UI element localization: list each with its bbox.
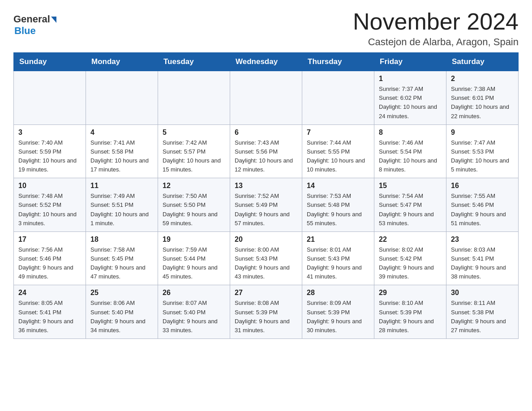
- calendar-cell: 23Sunrise: 8:03 AMSunset: 5:41 PMDayligh…: [446, 231, 519, 285]
- day-number: 18: [90, 235, 153, 244]
- calendar-cell: 1Sunrise: 7:37 AMSunset: 6:02 PMDaylight…: [374, 71, 446, 125]
- calendar-cell: 5Sunrise: 7:42 AMSunset: 5:57 PMDaylight…: [158, 124, 230, 178]
- calendar-body: 1Sunrise: 7:37 AMSunset: 6:02 PMDaylight…: [14, 71, 519, 339]
- calendar-cell: 21Sunrise: 8:01 AMSunset: 5:43 PMDayligh…: [302, 231, 374, 285]
- calendar-cell: 8Sunrise: 7:46 AMSunset: 5:54 PMDaylight…: [374, 124, 446, 178]
- calendar-cell: 3Sunrise: 7:40 AMSunset: 5:59 PMDaylight…: [14, 124, 86, 178]
- calendar-cell: 18Sunrise: 7:58 AMSunset: 5:45 PMDayligh…: [86, 231, 158, 285]
- day-number: 29: [379, 289, 442, 297]
- day-info: Sunrise: 7:49 AMSunset: 5:51 PMDaylight:…: [90, 192, 153, 228]
- day-info: Sunrise: 7:50 AMSunset: 5:50 PMDaylight:…: [163, 192, 225, 228]
- day-info: Sunrise: 7:37 AMSunset: 6:02 PMDaylight:…: [379, 85, 442, 121]
- header-thursday: Thursday: [302, 53, 374, 71]
- header-monday: Monday: [86, 53, 158, 71]
- page-header: General Blue November 2024 Castejon de A…: [13, 9, 519, 48]
- day-info: Sunrise: 8:00 AMSunset: 5:43 PMDaylight:…: [235, 245, 297, 282]
- calendar-cell: [14, 71, 86, 125]
- day-number: 13: [235, 182, 297, 190]
- calendar-cell: 15Sunrise: 7:54 AMSunset: 5:47 PMDayligh…: [374, 178, 446, 232]
- day-info: Sunrise: 7:46 AMSunset: 5:54 PMDaylight:…: [379, 138, 442, 175]
- day-info: Sunrise: 7:42 AMSunset: 5:57 PMDaylight:…: [163, 138, 225, 175]
- calendar-cell: 11Sunrise: 7:49 AMSunset: 5:51 PMDayligh…: [86, 178, 158, 232]
- day-info: Sunrise: 8:11 AMSunset: 5:38 PMDaylight:…: [451, 299, 514, 335]
- day-info: Sunrise: 8:03 AMSunset: 5:41 PMDaylight:…: [451, 245, 514, 282]
- day-info: Sunrise: 8:02 AMSunset: 5:42 PMDaylight:…: [379, 245, 442, 282]
- calendar-cell: [158, 71, 230, 125]
- day-number: 26: [163, 289, 225, 297]
- day-info: Sunrise: 7:52 AMSunset: 5:49 PMDaylight:…: [235, 192, 297, 228]
- day-info: Sunrise: 7:59 AMSunset: 5:44 PMDaylight:…: [163, 245, 225, 282]
- day-info: Sunrise: 7:43 AMSunset: 5:56 PMDaylight:…: [235, 138, 297, 175]
- day-number: 8: [379, 128, 442, 137]
- calendar-cell: 16Sunrise: 7:55 AMSunset: 5:46 PMDayligh…: [446, 178, 519, 232]
- calendar-cell: 2Sunrise: 7:38 AMSunset: 6:01 PMDaylight…: [446, 71, 519, 125]
- day-info: Sunrise: 7:40 AMSunset: 5:59 PMDaylight:…: [18, 138, 81, 175]
- day-number: 3: [18, 128, 81, 137]
- day-number: 1: [379, 75, 442, 83]
- calendar-cell: 27Sunrise: 8:08 AMSunset: 5:39 PMDayligh…: [230, 285, 302, 339]
- day-number: 2: [451, 75, 514, 83]
- calendar-cell: 13Sunrise: 7:52 AMSunset: 5:49 PMDayligh…: [230, 178, 302, 232]
- header-tuesday: Tuesday: [158, 53, 230, 71]
- calendar-cell: 10Sunrise: 7:48 AMSunset: 5:52 PMDayligh…: [14, 178, 86, 232]
- days-of-week-row: SundayMondayTuesdayWednesdayThursdayFrid…: [14, 53, 519, 71]
- day-number: 14: [307, 182, 369, 190]
- calendar-cell: 22Sunrise: 8:02 AMSunset: 5:42 PMDayligh…: [374, 231, 446, 285]
- day-number: 28: [307, 289, 369, 297]
- day-number: 23: [451, 235, 514, 244]
- week-row-3: 10Sunrise: 7:48 AMSunset: 5:52 PMDayligh…: [14, 178, 519, 232]
- calendar-cell: 19Sunrise: 7:59 AMSunset: 5:44 PMDayligh…: [158, 231, 230, 285]
- day-number: 17: [18, 235, 81, 244]
- day-info: Sunrise: 8:06 AMSunset: 5:40 PMDaylight:…: [90, 299, 153, 335]
- day-number: 15: [379, 182, 442, 190]
- day-number: 21: [307, 235, 369, 244]
- calendar-cell: [86, 71, 158, 125]
- calendar-cell: 30Sunrise: 8:11 AMSunset: 5:38 PMDayligh…: [446, 285, 519, 339]
- day-info: Sunrise: 7:41 AMSunset: 5:58 PMDaylight:…: [90, 138, 153, 175]
- calendar-cell: 14Sunrise: 7:53 AMSunset: 5:48 PMDayligh…: [302, 178, 374, 232]
- day-info: Sunrise: 7:55 AMSunset: 5:46 PMDaylight:…: [451, 192, 514, 228]
- day-number: 4: [90, 128, 153, 137]
- calendar-cell: 28Sunrise: 8:09 AMSunset: 5:39 PMDayligh…: [302, 285, 374, 339]
- calendar-header: SundayMondayTuesdayWednesdayThursdayFrid…: [14, 53, 519, 71]
- day-info: Sunrise: 8:09 AMSunset: 5:39 PMDaylight:…: [307, 299, 369, 335]
- day-info: Sunrise: 8:05 AMSunset: 5:41 PMDaylight:…: [18, 299, 81, 335]
- day-number: 11: [90, 182, 153, 190]
- logo-blue-text: Blue: [14, 25, 36, 37]
- day-info: Sunrise: 8:08 AMSunset: 5:39 PMDaylight:…: [235, 299, 297, 335]
- day-info: Sunrise: 7:38 AMSunset: 6:01 PMDaylight:…: [451, 85, 514, 121]
- day-info: Sunrise: 7:54 AMSunset: 5:47 PMDaylight:…: [379, 192, 442, 228]
- header-friday: Friday: [374, 53, 446, 71]
- calendar-cell: [230, 71, 302, 125]
- day-number: 27: [235, 289, 297, 297]
- header-wednesday: Wednesday: [230, 53, 302, 71]
- calendar-cell: 7Sunrise: 7:44 AMSunset: 5:55 PMDaylight…: [302, 124, 374, 178]
- calendar-cell: 4Sunrise: 7:41 AMSunset: 5:58 PMDaylight…: [86, 124, 158, 178]
- calendar-cell: 24Sunrise: 8:05 AMSunset: 5:41 PMDayligh…: [14, 285, 86, 339]
- day-info: Sunrise: 7:56 AMSunset: 5:46 PMDaylight:…: [18, 245, 81, 282]
- title-block: November 2024 Castejon de Alarba, Aragon…: [353, 9, 519, 48]
- calendar-cell: 12Sunrise: 7:50 AMSunset: 5:50 PMDayligh…: [158, 178, 230, 232]
- calendar-cell: [302, 71, 374, 125]
- day-number: 25: [90, 289, 153, 297]
- day-number: 9: [451, 128, 514, 137]
- calendar-table: SundayMondayTuesdayWednesdayThursdayFrid…: [13, 52, 519, 339]
- logo-general-text: General: [13, 13, 50, 25]
- day-info: Sunrise: 8:10 AMSunset: 5:39 PMDaylight:…: [379, 299, 442, 335]
- calendar-cell: 26Sunrise: 8:07 AMSunset: 5:40 PMDayligh…: [158, 285, 230, 339]
- day-info: Sunrise: 7:48 AMSunset: 5:52 PMDaylight:…: [18, 192, 81, 228]
- calendar-cell: 29Sunrise: 8:10 AMSunset: 5:39 PMDayligh…: [374, 285, 446, 339]
- calendar-cell: 17Sunrise: 7:56 AMSunset: 5:46 PMDayligh…: [14, 231, 86, 285]
- day-number: 12: [163, 182, 225, 190]
- day-number: 19: [163, 235, 225, 244]
- page-subtitle: Castejon de Alarba, Aragon, Spain: [353, 36, 519, 48]
- day-info: Sunrise: 8:07 AMSunset: 5:40 PMDaylight:…: [163, 299, 225, 335]
- week-row-4: 17Sunrise: 7:56 AMSunset: 5:46 PMDayligh…: [14, 231, 519, 285]
- logo-arrow-icon: [51, 17, 56, 23]
- day-number: 5: [163, 128, 225, 137]
- day-number: 20: [235, 235, 297, 244]
- day-info: Sunrise: 8:01 AMSunset: 5:43 PMDaylight:…: [307, 245, 369, 282]
- day-number: 6: [235, 128, 297, 137]
- calendar-cell: 9Sunrise: 7:47 AMSunset: 5:53 PMDaylight…: [446, 124, 519, 178]
- day-info: Sunrise: 7:44 AMSunset: 5:55 PMDaylight:…: [307, 138, 369, 175]
